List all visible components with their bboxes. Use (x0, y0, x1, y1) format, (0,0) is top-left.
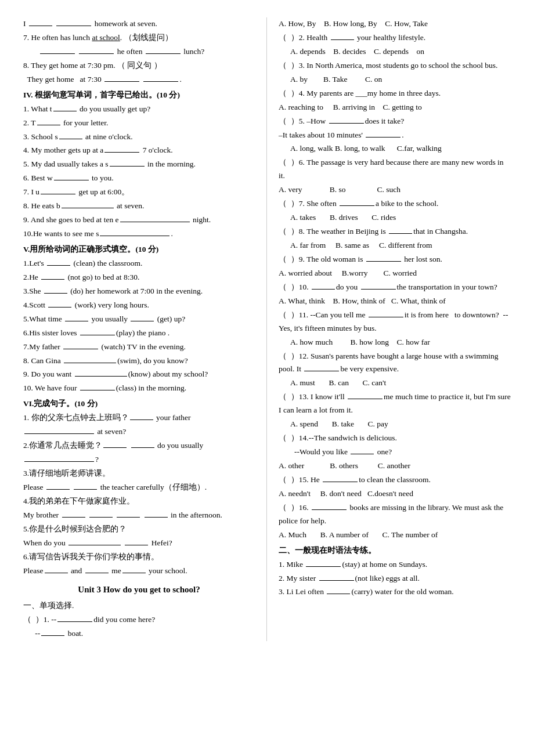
r-q13: （ ）13. I know it'll me much time to prac… (279, 390, 511, 417)
v-4: 4.Scott (work) very long hours. (23, 299, 255, 312)
iv-3: 3. School s at nine o'clock. (23, 131, 255, 144)
r-g3: 3. Li Lei often (carry) water for the ol… (279, 585, 511, 599)
r-c4: A. reaching to B. arriving in C. getting… (279, 101, 511, 114)
v-2: 2.He (not go) to bed at 8:30. (23, 271, 255, 284)
left-line-0: I homework at seven. (23, 17, 255, 31)
v-1: 1.Let's (clean) the classroom. (23, 257, 255, 270)
iv-10: 10.He wants to see me s. (23, 227, 255, 241)
vi-4b: My brother in the afternoon. (23, 509, 255, 522)
r-c8: A. far from B. same as C. different from (290, 239, 511, 252)
r-c12: A. must B. can C. can't (290, 377, 511, 390)
r-q14a: （ ）14.--The sandwich is delicious. (279, 432, 511, 445)
unit-sub: 一、单项选择. (23, 599, 255, 613)
r-g1: 1. Mike (stay) at home on Sundays. (279, 558, 511, 571)
v-6: 6.His sister loves (play) the piano . (23, 327, 255, 340)
iv-2: 2. T for your letter. (23, 117, 255, 130)
vi-6a: 6.请写信告诉我关于你们学校的事情。 (23, 551, 255, 564)
r-c2: A. depends B. decides C. depends on (290, 45, 511, 59)
r-q15: （ ）15. He to clean the classroom. (279, 473, 511, 487)
r-c7: A. takes B. drives C. rides (290, 211, 511, 225)
iv-9: 9. And she goes to bed at ten e night. (23, 214, 255, 227)
section-iv-title: IV. 根据句意写单词，首字母已给出。(10 分) (23, 89, 255, 102)
vi-6b: Please and me your school. (23, 565, 255, 578)
vi-1b: at seven? (23, 425, 255, 439)
r-c3: A. by B. Take C. on (290, 73, 511, 86)
r-c13: A. spend B. take C. pay (290, 418, 511, 431)
vi-4a: 4.我的弟弟在下午做家庭作业。 (23, 495, 255, 508)
r-q12: （ ）12. Susan's parents have bought a lar… (279, 350, 511, 377)
r-c5: A. long, walk B. long, to walk C.far, wa… (290, 142, 511, 155)
iv-7: 7. I u get up at 6:00。 (23, 186, 255, 199)
vi-3a: 3.请仔细地听老师讲课。 (23, 467, 255, 480)
r-c9: A. worried about B.worry C. worried (279, 267, 511, 280)
vi-2a: 2.你通常几点去睡觉？ do you usually (23, 439, 255, 453)
r-q4: （ ）4. My parents are ___my home in three… (279, 87, 511, 100)
r-q16: （ ）16. books are missing in the library.… (279, 501, 511, 528)
r-q2: （ ）2. Health your healthy lifestyle. (279, 31, 511, 45)
v-3: 3.She (do) her homework at 7:00 in the e… (23, 285, 255, 298)
r-c6: A. very B. so C. such (279, 183, 511, 197)
left-column: I homework at seven. 7. He often has lun… (23, 17, 267, 641)
r-c14: A. other B. others C. another (279, 460, 511, 473)
r-c11: A. how much B. how long C. how far (290, 336, 511, 349)
r-q11: （ ）11. --Can you tell me it is from here… (279, 309, 511, 335)
r-c16: A. Much B. A number of C. The number of (279, 529, 511, 542)
v-9: 9. Do you want (know) about my school? (23, 368, 255, 381)
unit-q1b: -- boat. (23, 627, 255, 641)
vi-5b: When do you Hefei? (23, 537, 255, 550)
r-q7: （ ）7. She often a bike to the school. (279, 197, 511, 211)
iv-4: 4. My mother gets up at a 7 o'clock. (23, 144, 255, 157)
iv-8: 8. He eats b at seven. (23, 200, 255, 213)
r-c10: A. What, think B. How, think of C. What,… (279, 295, 511, 308)
left-line-2: he often lunch? (23, 45, 255, 59)
vi-1a: 1. 你的父亲七点钟去上班吗？ your father (23, 411, 255, 425)
r-q3: （ ）3. In North America, most students go… (279, 59, 511, 73)
r-c15: A. needn't B. don't need C.doesn't need (279, 487, 511, 501)
v-10: 10. We have four (class) in the morning. (23, 382, 255, 395)
r-q5a: （ ）5. –How does it take? (279, 115, 511, 128)
right-column: A. How, By B. How long, By C. How, Take … (267, 17, 511, 641)
unit-q1a: （ ）1. --did you come here? (23, 613, 255, 627)
section-vi-title: VI.完成句子。(10 分) (23, 397, 255, 411)
r-q9: （ ）9. The old woman is her lost son. (279, 253, 511, 266)
unit-title: Unit 3 How do you get to school? (23, 583, 255, 598)
iv-1: 1. What t do you usually get up? (23, 103, 255, 116)
r-q14b: --Would you like one? (279, 446, 511, 459)
section-v-title: V.用所给动词的正确形式填空。(10 分) (23, 243, 255, 256)
r-choice-1: A. How, By B. How long, By C. How, Take (279, 17, 511, 31)
v-7: 7.My father (watch) TV in the evening. (23, 341, 255, 354)
r-g2: 2. My sister (not like) eggs at all. (279, 572, 511, 585)
r-q5b: –It takes about 10 minutes' . (279, 129, 511, 142)
left-line-3: 8. They get home at 7:30 pm. （ 同义句 ） (23, 59, 255, 73)
v-8: 8. Can Gina (swim), do you know? (23, 355, 255, 368)
vi-2b: ? (23, 453, 255, 466)
left-line-1: 7. He often has lunch at school. （划线提问） (23, 31, 255, 45)
section-two-title: 二、一般现在时语法专练。 (279, 544, 511, 558)
r-q6: （ ）6. The passage is very hard because t… (279, 156, 511, 183)
vi-5a: 5.你是什么时候到达合肥的？ (23, 523, 255, 536)
iv-6: 6. Best w to you. (23, 172, 255, 185)
iv-5: 5. My dad usually takes a s in the morni… (23, 158, 255, 171)
r-q10: （ ）10. do you the transportation in your… (279, 281, 511, 294)
r-q8: （ ）8. The weather in Beijing is that in … (279, 225, 511, 238)
v-5: 5.What time you usually (get) up? (23, 313, 255, 326)
vi-3b: Please the teacher carefully（仔细地）. (23, 481, 255, 494)
left-line-4: They get home at 7:30 . (23, 73, 255, 86)
